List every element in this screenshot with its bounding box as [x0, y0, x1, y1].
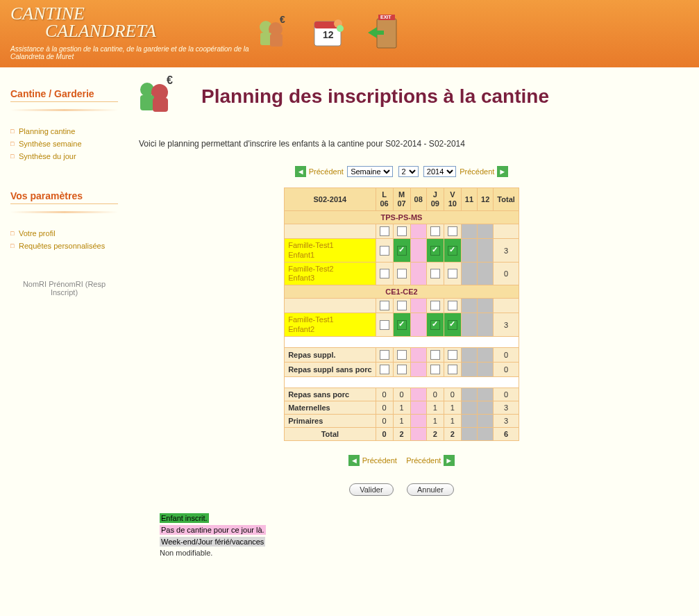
- sidebar-section-params: Vos paramètres: [10, 190, 118, 204]
- day-08: 08: [410, 188, 426, 211]
- legend: Enfant inscrit. Pas de cantine pour ce j…: [160, 513, 671, 557]
- stat-cb[interactable]: [430, 350, 440, 360]
- child-cb-checked[interactable]: [448, 320, 457, 330]
- child-cb-checked[interactable]: [430, 320, 440, 330]
- child-cb[interactable]: [380, 246, 389, 256]
- legend-no-cantine: Pas de cantine pour ce jour là.: [160, 525, 266, 535]
- sidebar: Cantine / Garderie Planning cantine Synt…: [0, 67, 125, 580]
- app-title-2: CALANDRETA: [45, 21, 253, 42]
- stat-repas-sp: Repas sans porc: [285, 388, 376, 401]
- svg-text:EXIT: EXIT: [380, 15, 391, 19]
- sidebar-item-synthese-jour[interactable]: Synthèse du jour: [10, 150, 118, 163]
- legend-nonmod: Non modifiable.: [160, 549, 212, 557]
- next-week-button[interactable]: ►: [497, 166, 508, 177]
- stat-maternelles: Maternelles: [285, 401, 376, 414]
- svg-text:12: 12: [323, 29, 334, 40]
- stat-cb[interactable]: [448, 365, 457, 374]
- period-select[interactable]: Semaine: [347, 166, 393, 177]
- planning-table: S02-2014 L06 M07 08 J09 V10 11 12 Total …: [284, 188, 519, 441]
- sidebar-user: NomRI PrénomRI (Resp Inscript): [10, 280, 118, 297]
- class-cb[interactable]: [397, 226, 407, 236]
- day-11: 11: [461, 188, 477, 211]
- day-j: J09: [426, 188, 444, 211]
- svg-rect-15: [140, 95, 154, 110]
- app-header: CANTINE CALANDRETA Assistance à la gesti…: [0, 0, 699, 67]
- next-label-bottom[interactable]: Précédent: [406, 456, 441, 465]
- sidebar-item-profil[interactable]: Votre profil: [10, 227, 118, 240]
- child-3[interactable]: Famille-Test1Enfant2: [285, 313, 376, 336]
- class-cb[interactable]: [380, 301, 389, 310]
- people-money-icon[interactable]: €: [253, 13, 292, 51]
- legend-weekend: Week-end/Jour férié/vacances: [160, 537, 265, 547]
- prev-week-button[interactable]: ◄: [295, 166, 306, 177]
- child-cb[interactable]: [448, 269, 457, 278]
- child-1-total: 3: [494, 239, 519, 262]
- sidebar-item-requetes[interactable]: Requêtes personnalisées: [10, 240, 118, 252]
- page-people-icon: €: [132, 74, 180, 118]
- day-l: L06: [376, 188, 393, 211]
- child-cb-checked[interactable]: [397, 246, 407, 256]
- total-header: Total: [494, 188, 519, 211]
- svg-point-9: [337, 25, 344, 32]
- next-week-button-bottom[interactable]: ►: [444, 455, 455, 466]
- prev-label[interactable]: Précédent: [309, 167, 344, 176]
- legend-enrolled: Enfant inscrit.: [160, 513, 209, 523]
- class-cb[interactable]: [430, 226, 440, 236]
- child-cb[interactable]: [397, 269, 407, 278]
- day-m: M07: [393, 188, 410, 211]
- child-cb-checked[interactable]: [397, 320, 407, 330]
- page-intro: Voici le planning permettant d'inscrire …: [132, 139, 671, 149]
- class-cb[interactable]: [397, 301, 407, 310]
- sidebar-section-cantine: Cantine / Garderie: [10, 88, 118, 102]
- stat-repas-suppl-sp: Repas suppl sans porc: [285, 362, 376, 376]
- page-title: Planning des inscriptions à la cantine: [201, 85, 549, 108]
- validate-button[interactable]: Valider: [349, 483, 393, 496]
- week-nav: ◄ Précédent Semaine 2 2014 Précédent ►: [132, 166, 671, 177]
- day-12: 12: [478, 188, 494, 211]
- prev-week-button-bottom[interactable]: ◄: [348, 455, 360, 466]
- svg-rect-16: [153, 98, 168, 112]
- child-3-total: 3: [494, 313, 519, 336]
- child-2[interactable]: Famille-Test2Enfant3: [285, 262, 376, 285]
- child-cb[interactable]: [380, 320, 389, 330]
- child-2-total: 0: [494, 262, 519, 285]
- svg-text:€: €: [167, 74, 173, 86]
- stat-cb[interactable]: [397, 350, 407, 360]
- child-cb-checked[interactable]: [448, 246, 457, 256]
- svg-rect-2: [260, 33, 271, 45]
- stat-total: Total: [285, 427, 376, 440]
- class-ce1: CE1-CE2: [285, 285, 519, 299]
- calendar-icon[interactable]: 12: [309, 13, 347, 51]
- week-header: S02-2014: [285, 188, 376, 211]
- stat-primaires: Primaires: [285, 414, 376, 427]
- class-tps: TPS-PS-MS: [285, 211, 519, 224]
- sidebar-item-synthese-semaine[interactable]: Synthèse semaine: [10, 138, 118, 150]
- svg-text:€: €: [280, 14, 285, 25]
- exit-icon[interactable]: EXIT: [364, 13, 403, 51]
- week-nav-bottom: ◄ Précédent Précédent ►: [132, 455, 671, 466]
- stat-cb[interactable]: [397, 365, 407, 374]
- child-cb-checked[interactable]: [430, 246, 440, 256]
- child-cb[interactable]: [380, 269, 389, 278]
- cancel-button[interactable]: Annuler: [407, 483, 454, 496]
- stat-cb[interactable]: [430, 365, 440, 374]
- class-cb[interactable]: [448, 301, 457, 310]
- class-cb[interactable]: [448, 226, 457, 236]
- app-subtitle: Assistance à la gestion de la cantine, d…: [10, 45, 253, 60]
- svg-rect-3: [270, 34, 283, 47]
- sidebar-item-planning[interactable]: Planning cantine: [10, 125, 118, 138]
- year-select[interactable]: 2014: [423, 166, 456, 177]
- week-select[interactable]: 2: [398, 166, 419, 177]
- stat-cb[interactable]: [448, 350, 457, 360]
- next-label[interactable]: Précédent: [460, 167, 494, 176]
- stat-cb[interactable]: [380, 365, 389, 374]
- stat-cb[interactable]: [380, 350, 389, 360]
- day-v: V10: [444, 188, 461, 211]
- prev-label-bottom[interactable]: Précédent: [362, 456, 397, 465]
- class-cb[interactable]: [430, 301, 440, 310]
- child-cb[interactable]: [430, 269, 440, 278]
- child-1[interactable]: Famille-Test1Enfant1: [285, 239, 376, 262]
- stat-repas-suppl: Repas suppl.: [285, 347, 376, 362]
- class-cb[interactable]: [380, 226, 389, 236]
